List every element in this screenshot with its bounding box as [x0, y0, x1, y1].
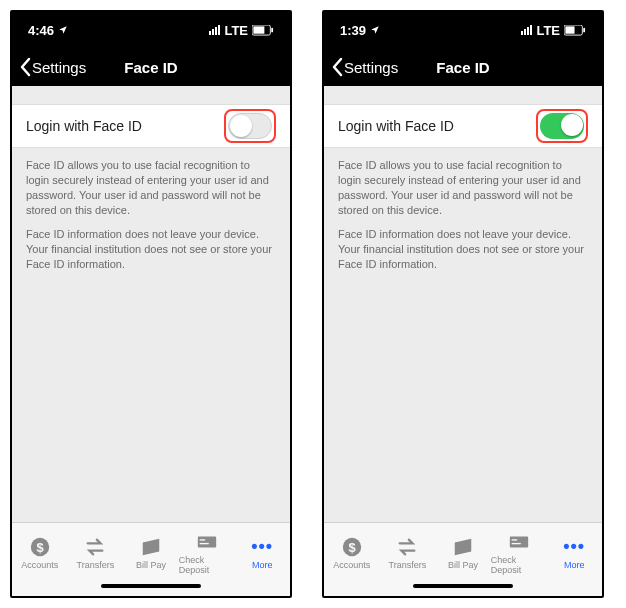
tab-transfers[interactable]: Transfers [68, 523, 124, 582]
tab-label: More [252, 560, 273, 570]
status-bar: 4:46 LTE [12, 12, 290, 48]
svg-rect-9 [565, 26, 574, 33]
annotation-highlight [224, 109, 276, 143]
svg-rect-14 [511, 542, 520, 543]
phone-screen-right: 1:39 LTE Settings Face ID Login with Fac… [322, 10, 604, 598]
back-button[interactable]: Settings [12, 57, 86, 77]
setting-label: Login with Face ID [26, 118, 142, 134]
svg-rect-10 [583, 27, 585, 32]
svg-rect-5 [197, 536, 215, 547]
tab-label: Accounts [21, 560, 58, 570]
svg-rect-6 [199, 542, 208, 543]
tab-more[interactable]: ••• More [546, 523, 602, 582]
face-id-toggle[interactable] [228, 113, 272, 139]
description-p1: Face ID allows you to use facial recogni… [26, 158, 276, 217]
home-indicator[interactable] [101, 584, 201, 588]
back-label: Settings [344, 59, 398, 76]
chevron-left-icon [18, 57, 32, 77]
dollar-icon: $ [341, 536, 363, 558]
more-icon: ••• [251, 536, 273, 558]
phone-screen-left: 4:46 LTE Settings Face ID Login with Fac… [10, 10, 292, 598]
transfers-icon [84, 536, 106, 558]
svg-rect-13 [509, 536, 527, 547]
face-id-toggle[interactable] [540, 113, 584, 139]
signal-icon [209, 25, 220, 35]
tab-accounts[interactable]: $ Accounts [324, 523, 380, 582]
tab-checkdeposit[interactable]: Check Deposit [491, 523, 547, 582]
battery-icon [564, 25, 586, 36]
tab-billpay[interactable]: Bill Pay [123, 523, 179, 582]
status-bar: 1:39 LTE [324, 12, 602, 48]
home-indicator-area [12, 582, 290, 596]
setting-description: Face ID allows you to use facial recogni… [12, 148, 290, 292]
svg-rect-1 [253, 26, 264, 33]
tab-bar: $ Accounts Transfers Bill Pay Check Depo… [12, 522, 290, 582]
transfers-icon [396, 536, 418, 558]
setting-description: Face ID allows you to use facial recogni… [324, 148, 602, 292]
status-time: 4:46 [28, 23, 54, 38]
check-icon [508, 531, 530, 553]
face-id-setting-row: Login with Face ID [324, 104, 602, 148]
tab-label: Transfers [389, 560, 427, 570]
svg-rect-15 [511, 539, 517, 540]
content-area: Login with Face ID Face ID allows you to… [12, 86, 290, 522]
home-indicator[interactable] [413, 584, 513, 588]
billpay-icon [452, 536, 474, 558]
tab-label: Bill Pay [448, 560, 478, 570]
tab-more[interactable]: ••• More [234, 523, 290, 582]
tab-label: More [564, 560, 585, 570]
nav-bar: Settings Face ID [324, 48, 602, 86]
home-indicator-area [324, 582, 602, 596]
tab-bar: $ Accounts Transfers Bill Pay Check Depo… [324, 522, 602, 582]
tab-billpay[interactable]: Bill Pay [435, 523, 491, 582]
tab-label: Check Deposit [491, 555, 547, 575]
description-p2: Face ID information does not leave your … [338, 227, 588, 272]
back-button[interactable]: Settings [324, 57, 398, 77]
svg-rect-7 [199, 539, 205, 540]
back-label: Settings [32, 59, 86, 76]
svg-text:$: $ [36, 539, 43, 554]
setting-label: Login with Face ID [338, 118, 454, 134]
face-id-setting-row: Login with Face ID [12, 104, 290, 148]
location-icon [370, 25, 380, 35]
tab-label: Accounts [333, 560, 370, 570]
tab-accounts[interactable]: $ Accounts [12, 523, 68, 582]
svg-text:$: $ [348, 539, 355, 554]
more-icon: ••• [563, 536, 585, 558]
tab-label: Transfers [77, 560, 115, 570]
status-time: 1:39 [340, 23, 366, 38]
tab-label: Bill Pay [136, 560, 166, 570]
description-p1: Face ID allows you to use facial recogni… [338, 158, 588, 217]
dollar-icon: $ [29, 536, 51, 558]
network-label: LTE [536, 23, 560, 38]
nav-bar: Settings Face ID [12, 48, 290, 86]
description-p2: Face ID information does not leave your … [26, 227, 276, 272]
annotation-highlight [536, 109, 588, 143]
tab-transfers[interactable]: Transfers [380, 523, 436, 582]
billpay-icon [140, 536, 162, 558]
svg-rect-2 [271, 27, 273, 32]
tab-label: Check Deposit [179, 555, 235, 575]
tab-checkdeposit[interactable]: Check Deposit [179, 523, 235, 582]
location-icon [58, 25, 68, 35]
chevron-left-icon [330, 57, 344, 77]
content-area: Login with Face ID Face ID allows you to… [324, 86, 602, 522]
check-icon [196, 531, 218, 553]
battery-icon [252, 25, 274, 36]
network-label: LTE [224, 23, 248, 38]
signal-icon [521, 25, 532, 35]
